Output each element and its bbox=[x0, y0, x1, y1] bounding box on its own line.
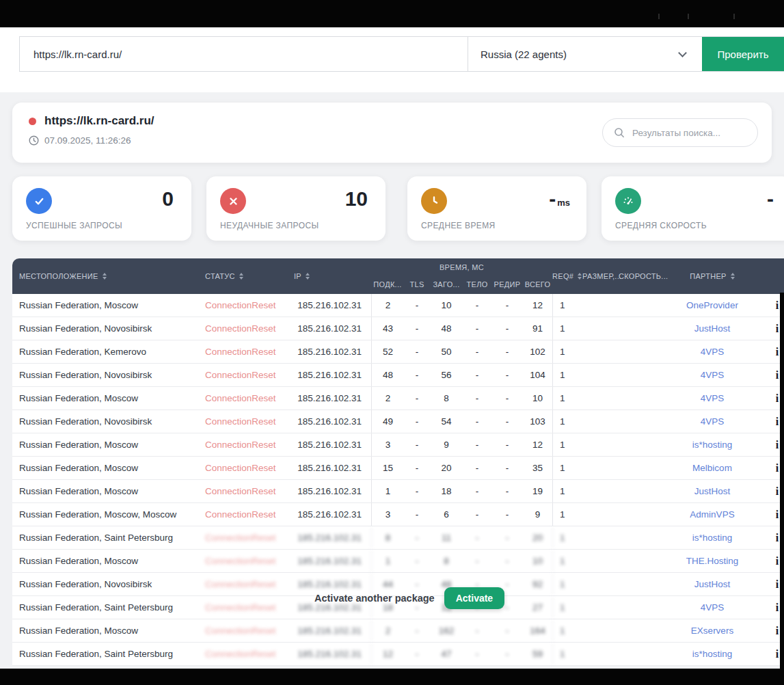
col-header-speed[interactable]: СКОРОСТЬ... bbox=[619, 258, 661, 294]
size-cell bbox=[582, 503, 619, 526]
ip-cell: 185.216.102.31 bbox=[294, 457, 371, 479]
partner-link[interactable]: JustHost bbox=[661, 480, 763, 502]
time-cell: 10 bbox=[523, 387, 552, 409]
time-cell: 12 bbox=[371, 643, 404, 665]
location-cell: Russian Federation, Moscow bbox=[12, 480, 205, 502]
speed-cell bbox=[619, 526, 661, 549]
size-cell bbox=[582, 619, 619, 642]
status-cell: ConnectionReset bbox=[205, 643, 294, 665]
decorative-tick bbox=[733, 14, 735, 19]
time-cell: 12 bbox=[523, 433, 552, 456]
req-cell: 1 bbox=[552, 410, 582, 433]
time-cell: 15 bbox=[371, 457, 404, 479]
time-cell: 1 bbox=[371, 550, 404, 572]
time-cell: 1 bbox=[371, 480, 404, 502]
partner-link[interactable]: 4VPS bbox=[661, 340, 763, 363]
col-header-total[interactable]: ВСЕГО bbox=[523, 280, 552, 288]
location-cell: Russian Federation, Saint Petersburg bbox=[12, 596, 205, 619]
partner-link[interactable]: 4VPS bbox=[661, 364, 763, 386]
activate-button[interactable]: Activate bbox=[444, 587, 504, 609]
col-header-download[interactable]: ЗАГО... bbox=[430, 280, 463, 288]
gauge-icon bbox=[615, 188, 641, 214]
time-cell: - bbox=[404, 340, 430, 363]
col-header-location[interactable]: МЕСТОПОЛОЖЕНИЕ bbox=[12, 258, 205, 294]
time-cell: 8 bbox=[430, 550, 463, 572]
partner-link[interactable]: EXservers bbox=[661, 619, 763, 642]
sort-icon bbox=[578, 273, 582, 280]
col-header-status[interactable]: СТАТУС bbox=[205, 258, 294, 294]
size-cell bbox=[582, 480, 619, 502]
partner-link[interactable]: 4VPS bbox=[661, 387, 763, 409]
time-cell: - bbox=[463, 619, 491, 642]
status-dot-icon bbox=[29, 118, 36, 125]
col-header-ip[interactable]: IP bbox=[294, 258, 371, 294]
speed-cell bbox=[619, 596, 661, 619]
col-header-size[interactable]: РАЗМЕР,... bbox=[582, 258, 619, 294]
location-cell: Russian Federation, Novosibirsk bbox=[12, 573, 205, 595]
table-row: Russian Federation, MoscowConnectionRese… bbox=[12, 550, 784, 573]
table-row: Russian Federation, MoscowConnectionRese… bbox=[12, 480, 784, 503]
time-cell: 92 bbox=[523, 573, 552, 595]
app-screen: Russia (22 agents) Проверить https://lk.… bbox=[0, 0, 784, 685]
table-row: Russian Federation, MoscowConnectionRese… bbox=[12, 294, 784, 317]
partner-link[interactable]: Melbicom bbox=[661, 457, 763, 479]
partner-link[interactable]: 4VPS bbox=[661, 596, 763, 619]
time-cell: - bbox=[491, 550, 523, 572]
req-cell: 1 bbox=[552, 317, 582, 340]
time-cell: - bbox=[491, 294, 523, 317]
size-cell bbox=[582, 364, 619, 386]
partner-link[interactable]: OneProvider bbox=[661, 294, 763, 317]
time-cell: - bbox=[491, 364, 523, 386]
time-cell: - bbox=[491, 643, 523, 665]
partner-link[interactable]: JustHost bbox=[661, 573, 763, 595]
time-cell: 20 bbox=[430, 457, 463, 479]
size-cell bbox=[582, 596, 619, 619]
col-header-connect[interactable]: ПОДК... bbox=[371, 280, 404, 288]
time-cell: 20 bbox=[523, 526, 552, 549]
partner-link[interactable]: AdminVPS bbox=[661, 503, 763, 526]
status-cell: ConnectionReset bbox=[205, 596, 294, 619]
col-header-tls[interactable]: TLS bbox=[404, 280, 430, 288]
time-cell: 48 bbox=[430, 317, 463, 340]
partner-link[interactable]: 4VPS bbox=[661, 410, 763, 433]
location-cell: Russian Federation, Moscow, Moscow bbox=[12, 503, 205, 526]
check-button[interactable]: Проверить bbox=[702, 37, 784, 71]
partner-link[interactable]: is*hosting bbox=[661, 433, 763, 456]
size-cell bbox=[582, 410, 619, 433]
table-row: Russian Federation, MoscowConnectionRese… bbox=[12, 433, 784, 457]
speed-cell bbox=[619, 340, 661, 363]
url-input[interactable] bbox=[20, 37, 468, 71]
results-search-input[interactable] bbox=[631, 127, 740, 139]
time-cell: 47 bbox=[430, 643, 463, 665]
partner-link[interactable]: JustHost bbox=[661, 317, 763, 340]
results-search[interactable] bbox=[602, 118, 758, 147]
time-cell: 49 bbox=[371, 410, 404, 433]
window-bottom-bar bbox=[0, 669, 784, 685]
col-header-redirect[interactable]: РЕДИР bbox=[491, 280, 523, 288]
table-body: Russian Federation, MoscowConnectionRese… bbox=[12, 294, 784, 666]
check-control-group: Russia (22 agents) Проверить bbox=[19, 36, 784, 72]
stat-label: УСПЕШНЫЕ ЗАПРОСЫ bbox=[26, 221, 122, 230]
time-cell: 2 bbox=[371, 294, 404, 317]
time-cell: 10 bbox=[430, 294, 463, 317]
partner-link[interactable]: is*hosting bbox=[661, 643, 763, 665]
col-header-req[interactable]: REQ# bbox=[552, 258, 582, 294]
decorative-tick bbox=[688, 14, 689, 19]
col-header-body[interactable]: ТЕЛО bbox=[463, 280, 491, 288]
time-subheaders: ПОДК... TLS ЗАГО... ТЕЛО РЕДИР ВСЕГО bbox=[371, 280, 552, 288]
ip-cell: 185.216.102.31 bbox=[294, 294, 371, 317]
time-cell: 54 bbox=[430, 410, 463, 433]
time-cell: - bbox=[463, 457, 491, 479]
time-cell: - bbox=[404, 410, 430, 433]
stat-label: СРЕДНЯЯ СКОРОСТЬ bbox=[615, 221, 707, 230]
time-cell: 2 bbox=[371, 387, 404, 409]
region-select[interactable]: Russia (22 agents) bbox=[468, 37, 702, 71]
partner-link[interactable]: is*hosting bbox=[661, 526, 763, 549]
location-cell: Russian Federation, Novosibirsk bbox=[12, 317, 205, 340]
partner-link[interactable]: THE.Hosting bbox=[661, 550, 763, 572]
col-header-partner[interactable]: ПАРТНЕР bbox=[661, 258, 763, 294]
time-cell: - bbox=[491, 433, 523, 456]
time-cell: 91 bbox=[523, 317, 552, 340]
speed-cell bbox=[619, 550, 661, 572]
ip-cell: 185.216.102.31 bbox=[294, 410, 371, 433]
